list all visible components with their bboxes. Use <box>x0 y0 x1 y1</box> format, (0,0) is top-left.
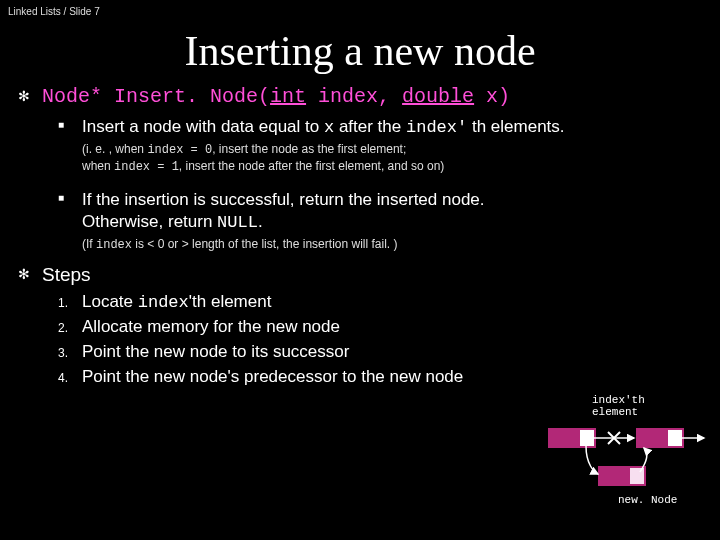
note-fail-condition: (If index is < 0 or > length of the list… <box>0 236 720 253</box>
sig-mid: index, <box>306 85 402 108</box>
text-fragment: (i. e. , when <box>82 142 147 156</box>
node-successor <box>636 428 684 448</box>
node-new <box>598 466 646 486</box>
step-text: Allocate memory for the new node <box>82 317 340 337</box>
pointer-box <box>668 430 682 446</box>
step-2: 2. Allocate memory for the new node <box>58 317 720 337</box>
text-fragment: 'th element <box>189 292 272 311</box>
text-fragment: is < 0 or > length of the list, the inse… <box>132 237 397 251</box>
steps-header: Steps <box>42 263 91 287</box>
bullet-text: Insert a node with data equal to x after… <box>82 116 565 139</box>
text-fragment: after the <box>334 117 406 136</box>
step-1: 1. Locate index'th element <box>58 292 720 312</box>
node-indexth <box>548 428 596 448</box>
text-fragment: Otherwise, return <box>82 212 217 231</box>
text-fragment: Locate <box>82 292 138 311</box>
text-fragment: , insert the node as the first element; <box>212 142 406 156</box>
pointer-box <box>630 468 644 484</box>
text-fragment: . <box>258 212 263 231</box>
slide-title: Inserting a new node <box>0 27 720 75</box>
text-fragment: when <box>82 159 114 173</box>
sig-keyword-double: double <box>402 85 474 108</box>
bullet-return: ■ If the insertion is successful, return… <box>0 189 720 234</box>
sig-pre: Node* Insert. Node( <box>42 85 270 108</box>
step-text: Point the new node's predecessor to the … <box>82 367 463 387</box>
code-fragment: x <box>324 118 334 137</box>
code-fragment: index <box>138 293 189 312</box>
breadcrumb: Linked Lists / Slide 7 <box>0 0 720 23</box>
pointer-box <box>580 430 594 446</box>
steps-list: 1. Locate index'th element 2. Allocate m… <box>0 292 720 387</box>
diagram-label-indexth: index'th element <box>592 394 645 418</box>
step-text: Locate index'th element <box>82 292 271 312</box>
asterisk-icon: ✻ <box>18 263 32 285</box>
code-fragment: index' <box>406 118 467 137</box>
function-signature: Node* Insert. Node(int index, double x) <box>42 85 510 108</box>
code-fragment: index <box>96 238 132 252</box>
step-number: 2. <box>58 321 82 335</box>
bullet-insert: ■ Insert a node with data equal to x aft… <box>0 116 720 139</box>
code-fragment: index = 0 <box>147 143 212 157</box>
linked-list-diagram: index'th element new. Node <box>528 394 708 504</box>
sig-post: x) <box>474 85 510 108</box>
step-text: Point the new node to its successor <box>82 342 349 362</box>
text-fragment: th elements. <box>467 117 564 136</box>
square-bullet-icon: ■ <box>58 116 68 134</box>
step-number: 4. <box>58 371 82 385</box>
steps-header-row: ✻ Steps <box>0 263 720 287</box>
text-fragment: If the insertion is successful, return t… <box>82 190 485 209</box>
diagram-label-newnode: new. Node <box>618 494 677 506</box>
bullet-text: If the insertion is successful, return t… <box>82 189 485 234</box>
svg-line-1 <box>608 432 620 444</box>
text-fragment: Insert a node with data equal to <box>82 117 324 136</box>
text-fragment: (If <box>82 237 96 251</box>
code-fragment: index = 1 <box>114 160 179 174</box>
svg-line-2 <box>608 432 620 444</box>
step-3: 3. Point the new node to its successor <box>58 342 720 362</box>
signature-row: ✻ Node* Insert. Node(int index, double x… <box>0 85 720 108</box>
text-fragment: , insert the node after the first elemen… <box>179 159 444 173</box>
step-number: 1. <box>58 296 82 310</box>
square-bullet-icon: ■ <box>58 189 68 207</box>
asterisk-icon: ✻ <box>18 85 32 107</box>
step-number: 3. <box>58 346 82 360</box>
note-index-meaning: (i. e. , when index = 0, insert the node… <box>0 141 720 175</box>
sig-keyword-int: int <box>270 85 306 108</box>
step-4: 4. Point the new node's predecessor to t… <box>58 367 720 387</box>
code-fragment: NULL <box>217 213 258 232</box>
